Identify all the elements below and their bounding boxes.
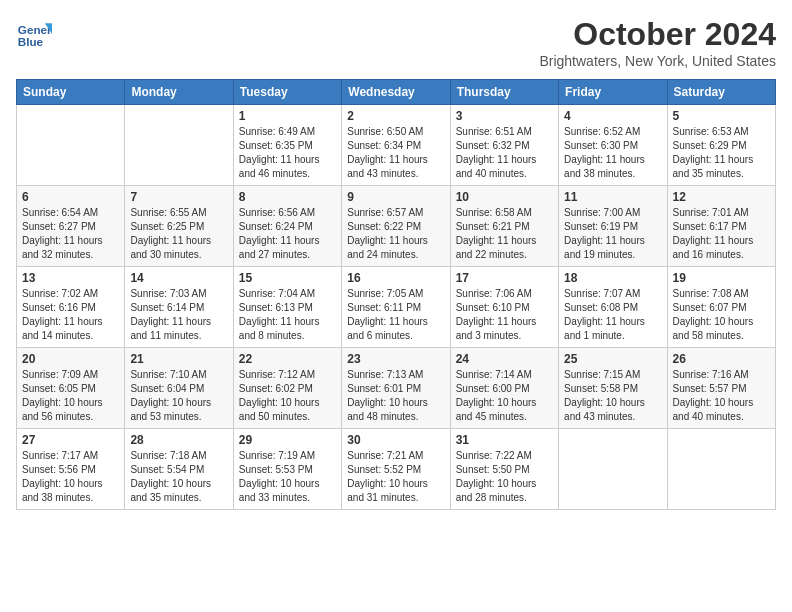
calendar-day-cell: 24 Sunrise: 7:14 AMSunset: 6:00 PMDaylig… xyxy=(450,348,558,429)
day-number: 13 xyxy=(22,271,119,285)
day-detail: Sunrise: 7:05 AMSunset: 6:11 PMDaylight:… xyxy=(347,287,444,343)
day-number: 8 xyxy=(239,190,336,204)
day-detail: Sunrise: 7:19 AMSunset: 5:53 PMDaylight:… xyxy=(239,449,336,505)
calendar-header-cell: Tuesday xyxy=(233,80,341,105)
calendar-day-cell: 9 Sunrise: 6:57 AMSunset: 6:22 PMDayligh… xyxy=(342,186,450,267)
calendar-week-row: 1 Sunrise: 6:49 AMSunset: 6:35 PMDayligh… xyxy=(17,105,776,186)
day-detail: Sunrise: 7:08 AMSunset: 6:07 PMDaylight:… xyxy=(673,287,770,343)
day-number: 30 xyxy=(347,433,444,447)
calendar-day-cell: 22 Sunrise: 7:12 AMSunset: 6:02 PMDaylig… xyxy=(233,348,341,429)
calendar-day-cell: 27 Sunrise: 7:17 AMSunset: 5:56 PMDaylig… xyxy=(17,429,125,510)
day-number: 29 xyxy=(239,433,336,447)
calendar-day-cell: 19 Sunrise: 7:08 AMSunset: 6:07 PMDaylig… xyxy=(667,267,775,348)
svg-text:Blue: Blue xyxy=(18,35,44,48)
day-number: 7 xyxy=(130,190,227,204)
month-title: October 2024 xyxy=(539,16,776,53)
day-detail: Sunrise: 6:57 AMSunset: 6:22 PMDaylight:… xyxy=(347,206,444,262)
day-detail: Sunrise: 7:16 AMSunset: 5:57 PMDaylight:… xyxy=(673,368,770,424)
day-detail: Sunrise: 7:21 AMSunset: 5:52 PMDaylight:… xyxy=(347,449,444,505)
calendar-day-cell: 10 Sunrise: 6:58 AMSunset: 6:21 PMDaylig… xyxy=(450,186,558,267)
calendar-header-cell: Wednesday xyxy=(342,80,450,105)
calendar-day-cell: 3 Sunrise: 6:51 AMSunset: 6:32 PMDayligh… xyxy=(450,105,558,186)
day-detail: Sunrise: 7:17 AMSunset: 5:56 PMDaylight:… xyxy=(22,449,119,505)
calendar-header-row: SundayMondayTuesdayWednesdayThursdayFrid… xyxy=(17,80,776,105)
day-number: 25 xyxy=(564,352,661,366)
day-detail: Sunrise: 7:03 AMSunset: 6:14 PMDaylight:… xyxy=(130,287,227,343)
day-detail: Sunrise: 7:09 AMSunset: 6:05 PMDaylight:… xyxy=(22,368,119,424)
calendar-day-cell xyxy=(17,105,125,186)
day-detail: Sunrise: 6:54 AMSunset: 6:27 PMDaylight:… xyxy=(22,206,119,262)
calendar-day-cell: 29 Sunrise: 7:19 AMSunset: 5:53 PMDaylig… xyxy=(233,429,341,510)
day-number: 28 xyxy=(130,433,227,447)
calendar-day-cell: 30 Sunrise: 7:21 AMSunset: 5:52 PMDaylig… xyxy=(342,429,450,510)
calendar: SundayMondayTuesdayWednesdayThursdayFrid… xyxy=(16,79,776,510)
calendar-day-cell: 18 Sunrise: 7:07 AMSunset: 6:08 PMDaylig… xyxy=(559,267,667,348)
calendar-day-cell: 13 Sunrise: 7:02 AMSunset: 6:16 PMDaylig… xyxy=(17,267,125,348)
calendar-day-cell: 6 Sunrise: 6:54 AMSunset: 6:27 PMDayligh… xyxy=(17,186,125,267)
day-number: 11 xyxy=(564,190,661,204)
calendar-day-cell: 2 Sunrise: 6:50 AMSunset: 6:34 PMDayligh… xyxy=(342,105,450,186)
calendar-week-row: 6 Sunrise: 6:54 AMSunset: 6:27 PMDayligh… xyxy=(17,186,776,267)
day-detail: Sunrise: 7:02 AMSunset: 6:16 PMDaylight:… xyxy=(22,287,119,343)
calendar-day-cell: 12 Sunrise: 7:01 AMSunset: 6:17 PMDaylig… xyxy=(667,186,775,267)
day-number: 22 xyxy=(239,352,336,366)
calendar-header-cell: Friday xyxy=(559,80,667,105)
day-detail: Sunrise: 6:51 AMSunset: 6:32 PMDaylight:… xyxy=(456,125,553,181)
day-number: 24 xyxy=(456,352,553,366)
location: Brightwaters, New York, United States xyxy=(539,53,776,69)
calendar-day-cell: 20 Sunrise: 7:09 AMSunset: 6:05 PMDaylig… xyxy=(17,348,125,429)
day-number: 27 xyxy=(22,433,119,447)
day-number: 4 xyxy=(564,109,661,123)
day-detail: Sunrise: 7:13 AMSunset: 6:01 PMDaylight:… xyxy=(347,368,444,424)
day-number: 15 xyxy=(239,271,336,285)
day-detail: Sunrise: 7:10 AMSunset: 6:04 PMDaylight:… xyxy=(130,368,227,424)
calendar-day-cell: 21 Sunrise: 7:10 AMSunset: 6:04 PMDaylig… xyxy=(125,348,233,429)
day-detail: Sunrise: 6:52 AMSunset: 6:30 PMDaylight:… xyxy=(564,125,661,181)
day-number: 17 xyxy=(456,271,553,285)
page-header: General Blue October 2024 Brightwaters, … xyxy=(16,16,776,69)
calendar-day-cell: 23 Sunrise: 7:13 AMSunset: 6:01 PMDaylig… xyxy=(342,348,450,429)
calendar-day-cell: 14 Sunrise: 7:03 AMSunset: 6:14 PMDaylig… xyxy=(125,267,233,348)
calendar-day-cell: 15 Sunrise: 7:04 AMSunset: 6:13 PMDaylig… xyxy=(233,267,341,348)
day-detail: Sunrise: 7:04 AMSunset: 6:13 PMDaylight:… xyxy=(239,287,336,343)
day-detail: Sunrise: 7:18 AMSunset: 5:54 PMDaylight:… xyxy=(130,449,227,505)
day-detail: Sunrise: 7:01 AMSunset: 6:17 PMDaylight:… xyxy=(673,206,770,262)
day-detail: Sunrise: 6:56 AMSunset: 6:24 PMDaylight:… xyxy=(239,206,336,262)
day-detail: Sunrise: 6:55 AMSunset: 6:25 PMDaylight:… xyxy=(130,206,227,262)
calendar-day-cell xyxy=(125,105,233,186)
day-detail: Sunrise: 7:00 AMSunset: 6:19 PMDaylight:… xyxy=(564,206,661,262)
calendar-week-row: 27 Sunrise: 7:17 AMSunset: 5:56 PMDaylig… xyxy=(17,429,776,510)
calendar-header-cell: Monday xyxy=(125,80,233,105)
calendar-header-cell: Sunday xyxy=(17,80,125,105)
day-detail: Sunrise: 7:15 AMSunset: 5:58 PMDaylight:… xyxy=(564,368,661,424)
logo-icon: General Blue xyxy=(16,16,52,52)
calendar-day-cell: 1 Sunrise: 6:49 AMSunset: 6:35 PMDayligh… xyxy=(233,105,341,186)
calendar-day-cell: 26 Sunrise: 7:16 AMSunset: 5:57 PMDaylig… xyxy=(667,348,775,429)
calendar-body: 1 Sunrise: 6:49 AMSunset: 6:35 PMDayligh… xyxy=(17,105,776,510)
day-number: 16 xyxy=(347,271,444,285)
day-number: 31 xyxy=(456,433,553,447)
calendar-day-cell xyxy=(667,429,775,510)
calendar-header-cell: Saturday xyxy=(667,80,775,105)
day-detail: Sunrise: 7:14 AMSunset: 6:00 PMDaylight:… xyxy=(456,368,553,424)
calendar-day-cell: 8 Sunrise: 6:56 AMSunset: 6:24 PMDayligh… xyxy=(233,186,341,267)
day-number: 3 xyxy=(456,109,553,123)
calendar-day-cell: 31 Sunrise: 7:22 AMSunset: 5:50 PMDaylig… xyxy=(450,429,558,510)
day-detail: Sunrise: 7:22 AMSunset: 5:50 PMDaylight:… xyxy=(456,449,553,505)
calendar-day-cell: 5 Sunrise: 6:53 AMSunset: 6:29 PMDayligh… xyxy=(667,105,775,186)
calendar-day-cell: 17 Sunrise: 7:06 AMSunset: 6:10 PMDaylig… xyxy=(450,267,558,348)
logo: General Blue xyxy=(16,16,52,52)
title-block: October 2024 Brightwaters, New York, Uni… xyxy=(539,16,776,69)
day-number: 12 xyxy=(673,190,770,204)
calendar-day-cell: 11 Sunrise: 7:00 AMSunset: 6:19 PMDaylig… xyxy=(559,186,667,267)
day-detail: Sunrise: 6:50 AMSunset: 6:34 PMDaylight:… xyxy=(347,125,444,181)
day-detail: Sunrise: 7:07 AMSunset: 6:08 PMDaylight:… xyxy=(564,287,661,343)
day-detail: Sunrise: 6:58 AMSunset: 6:21 PMDaylight:… xyxy=(456,206,553,262)
calendar-week-row: 20 Sunrise: 7:09 AMSunset: 6:05 PMDaylig… xyxy=(17,348,776,429)
day-number: 1 xyxy=(239,109,336,123)
day-number: 2 xyxy=(347,109,444,123)
day-number: 23 xyxy=(347,352,444,366)
day-number: 6 xyxy=(22,190,119,204)
calendar-header-cell: Thursday xyxy=(450,80,558,105)
day-number: 18 xyxy=(564,271,661,285)
